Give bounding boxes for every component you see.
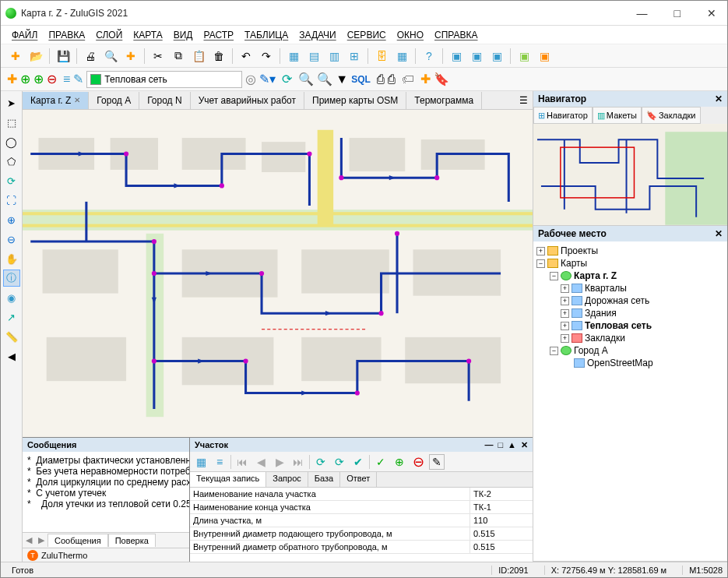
menu-layer[interactable]: СЛОЙ: [96, 30, 122, 41]
menu-tasks[interactable]: ЗАДАЧИ: [299, 30, 336, 41]
zoom-in-tool[interactable]: ⊕: [3, 211, 20, 228]
tree-node-mapz[interactable]: −Карта г. Z: [536, 270, 724, 282]
collapse-icon[interactable]: −: [550, 347, 558, 355]
search-icon[interactable]: 🔍: [298, 72, 314, 86]
menu-map[interactable]: КАРТА: [133, 30, 162, 41]
seg-last-icon[interactable]: ⏭: [290, 454, 306, 470]
target-icon[interactable]: ◎: [245, 72, 256, 86]
print-layout2-icon[interactable]: ⎙: [388, 72, 396, 86]
expand-icon[interactable]: +: [561, 334, 569, 343]
nav-tab-navigator[interactable]: ⊞Навигатор: [533, 107, 593, 124]
navigator-close-icon[interactable]: ✕: [715, 93, 723, 104]
expand-icon[interactable]: +: [561, 309, 569, 318]
seg-first-icon[interactable]: ⏮: [234, 454, 250, 470]
expand-icon[interactable]: +: [536, 247, 545, 256]
seg-list-icon[interactable]: ≡: [212, 454, 227, 470]
segment-max-icon[interactable]: □: [498, 440, 503, 450]
identify-tool[interactable]: ◉: [3, 289, 20, 306]
tool4-icon[interactable]: ⊞: [346, 48, 363, 65]
tree-node-maps[interactable]: −Карты: [536, 257, 724, 270]
style-icon[interactable]: ✎: [73, 72, 83, 86]
route-tool[interactable]: ↗: [3, 308, 20, 326]
segment-up-icon[interactable]: ▲: [508, 440, 516, 450]
pen-icon[interactable]: ✎▾: [259, 72, 276, 86]
segment-tab-query[interactable]: Запрос: [266, 472, 308, 487]
menu-edit[interactable]: ПРАВКА: [48, 30, 85, 41]
seg-grid-icon[interactable]: ▦: [193, 454, 209, 470]
seg-add-icon[interactable]: ⊕: [392, 454, 407, 470]
cut-icon[interactable]: ✂: [149, 48, 167, 65]
tree-node-projects[interactable]: +Проекты: [536, 245, 724, 257]
zoom-out-tool[interactable]: ⊖: [3, 231, 20, 248]
open-icon[interactable]: 📂: [27, 48, 44, 65]
seg-save-icon[interactable]: ✔: [350, 454, 366, 470]
table-row[interactable]: Длина участка, м110: [190, 514, 533, 527]
expand-icon[interactable]: +: [561, 322, 569, 330]
new-layer-icon[interactable]: ✚: [122, 48, 139, 65]
select-poly-tool[interactable]: ⬠: [3, 153, 20, 170]
layer-selector[interactable]: Тепловая сеть: [86, 71, 242, 88]
table-row[interactable]: Наименование начала участкаТК-2: [190, 488, 533, 501]
sql-button[interactable]: SQL: [351, 74, 371, 85]
tag-icon[interactable]: 🏷: [402, 72, 414, 86]
panel4-icon[interactable]: ▣: [515, 48, 533, 65]
panel3-icon[interactable]: ▣: [488, 48, 505, 65]
panel1-icon[interactable]: ▣: [448, 48, 465, 65]
seg-ok-icon[interactable]: ✓: [373, 454, 389, 470]
select-lasso-tool[interactable]: ◯: [3, 133, 20, 150]
select-rect-tool[interactable]: ⬚: [3, 114, 20, 131]
map-tab-accidents[interactable]: Учет аварийных работ: [191, 92, 304, 109]
search-db-icon[interactable]: 🔍: [317, 72, 332, 86]
delete-icon[interactable]: 🗑: [210, 48, 227, 65]
menu-window[interactable]: ОКНО: [397, 30, 424, 41]
bookmark-icon[interactable]: 🔖: [434, 72, 449, 86]
messages-tab-poverka[interactable]: Поверка: [108, 534, 156, 547]
seg-refresh2-icon[interactable]: ⟳: [332, 454, 347, 470]
pan-tool[interactable]: ✋: [3, 250, 20, 267]
refresh-icon[interactable]: ⟳: [282, 72, 292, 86]
refresh-view-tool[interactable]: ⟳: [3, 172, 20, 189]
menu-service[interactable]: СЕРВИС: [347, 30, 386, 41]
layer-add-icon[interactable]: ⊕: [20, 72, 30, 86]
tree-node-bookmarks[interactable]: +Закладки: [536, 332, 724, 344]
nav-tab-bookmarks[interactable]: 🔖Закладки: [642, 107, 701, 124]
msg-nav-left-icon[interactable]: ◀: [23, 535, 35, 545]
seg-edit-icon[interactable]: ✎: [429, 454, 445, 470]
db-icon[interactable]: 🗄: [373, 48, 390, 65]
zoom-extents-tool[interactable]: ⛶: [3, 192, 20, 209]
map-tab-osm[interactable]: Пример карты OSM: [304, 92, 406, 109]
layer-new-icon[interactable]: ✚: [7, 72, 17, 86]
panel5-icon[interactable]: ▣: [536, 48, 553, 65]
table-icon[interactable]: ▦: [393, 48, 410, 65]
tree-node-heatnet[interactable]: +Тепловая сеть: [536, 319, 724, 332]
workspace-close-icon[interactable]: ✕: [715, 228, 723, 239]
menu-file[interactable]: ФАЙЛ: [12, 30, 37, 41]
menu-help[interactable]: СПРАВКА: [434, 30, 478, 41]
redo-icon[interactable]: ↷: [258, 48, 275, 65]
info-tool[interactable]: ⓘ: [3, 270, 20, 287]
close-button[interactable]: ✕: [701, 5, 723, 21]
tree-node-citya[interactable]: −Город А: [536, 344, 724, 357]
paste-icon[interactable]: 📋: [190, 48, 207, 65]
msg-nav-right-icon[interactable]: ▶: [35, 535, 47, 545]
pointer-tool[interactable]: ➤: [3, 94, 20, 111]
expand-icon[interactable]: +: [561, 284, 569, 293]
tool3-icon[interactable]: ▥: [325, 48, 343, 65]
minimap[interactable]: [533, 124, 727, 225]
nav-tab-layouts[interactable]: ▥Макеты: [593, 107, 642, 124]
minimize-button[interactable]: —: [631, 5, 654, 21]
tree-node-roads[interactable]: +Дорожная сеть: [536, 294, 724, 307]
tool1-icon[interactable]: ▦: [285, 48, 302, 65]
print-layout-icon[interactable]: ⎙: [377, 72, 385, 86]
table-row[interactable]: Внутренний диаметр обратного трубопровод…: [190, 541, 533, 554]
menu-view[interactable]: ВИД: [174, 30, 193, 41]
tree-node-buildings[interactable]: +Здания: [536, 307, 724, 319]
segment-min-icon[interactable]: —: [484, 440, 493, 450]
save-icon[interactable]: 💾: [55, 48, 72, 65]
map-tab-a[interactable]: Город A: [89, 92, 139, 109]
menu-table[interactable]: ТАБЛИЦА: [244, 30, 288, 41]
tabs-overflow-icon[interactable]: ☰: [515, 95, 533, 106]
segment-tab-answer[interactable]: Ответ: [340, 472, 377, 487]
segment-tab-base[interactable]: База: [308, 472, 340, 487]
seg-prev-icon[interactable]: ◀: [253, 454, 269, 470]
